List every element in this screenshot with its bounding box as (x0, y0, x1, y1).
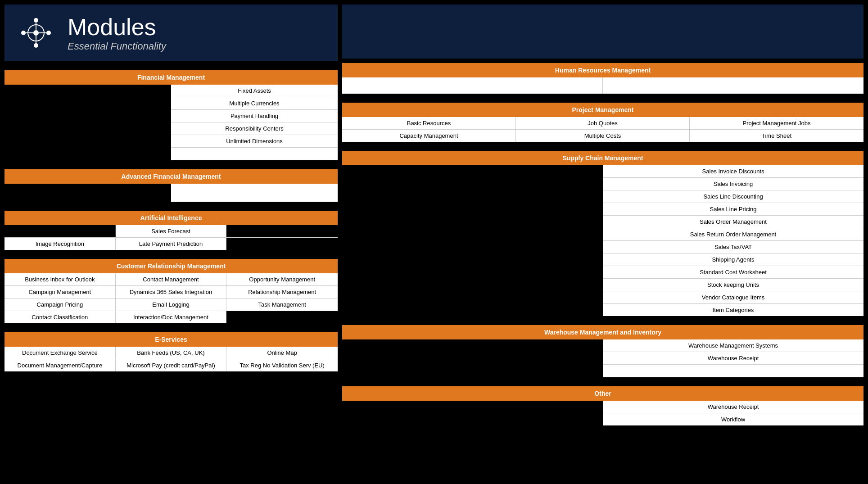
list-item: Relationship Management (226, 286, 338, 298)
advanced-financial-section: Advanced Financial Management (5, 169, 338, 202)
table-row: Item Categories (603, 304, 863, 316)
other-section: Other Warehouse Receipt Workflow (342, 386, 863, 425)
eservices-section: E-Services Document Exchange Service Ban… (5, 332, 338, 371)
page-subtitle: Essential Functionality (68, 41, 166, 52)
eservices-header: E-Services (5, 332, 338, 347)
list-item: Contact Classification (5, 311, 116, 323)
table-row: Document Management/Capture Microsoft Pa… (5, 359, 338, 371)
list-item: Basic Resources (342, 117, 516, 129)
svg-point-4 (46, 31, 51, 35)
supply-chain-header: Supply Chain Management (342, 151, 863, 165)
ai-section: Artificial Intelligence Sales Forecast I… (5, 211, 338, 250)
list-item (226, 311, 338, 323)
table-row: Image Recognition Late Payment Predictio… (5, 238, 338, 250)
list-item (171, 148, 338, 160)
warehouse-section: Warehouse Management and Inventory Wareh… (342, 325, 863, 377)
table-row: Campaign Management Dynamics 365 Sales I… (5, 286, 338, 299)
wh-empty-left (342, 339, 603, 377)
table-row: Payment Handling (171, 110, 338, 122)
hr-section: Human Resources Management (342, 63, 863, 94)
table-row (342, 77, 863, 94)
list-item: Project Management Jobs (690, 117, 863, 129)
list-item (342, 77, 603, 94)
table-row: Capacity Management Multiple Costs Time … (342, 130, 863, 142)
list-item: Shipping Agents (603, 253, 863, 266)
list-item: Fixed Assets (171, 85, 338, 97)
table-row: Basic Resources Job Quotes Project Manag… (342, 117, 863, 130)
list-item: Bank Feeds (US, CA, UK) (116, 347, 227, 359)
list-item: Business Inbox for Outlook (5, 273, 116, 285)
supply-chain-body: Sales Invoice Discounts Sales Invoicing … (342, 165, 863, 316)
table-row: Multiple Currencies (171, 97, 338, 110)
header-text: Modules Essential Functionality (68, 14, 166, 52)
list-item: Capacity Management (342, 130, 516, 142)
table-row: Warehouse Receipt (603, 401, 863, 413)
list-item: Campaign Management (5, 286, 116, 298)
list-item: Payment Handling (171, 110, 338, 122)
table-row: Standard Cost Worksheet (603, 266, 863, 279)
list-item: Multiple Costs (516, 130, 690, 142)
list-item: Campaign Pricing (5, 299, 116, 311)
table-row: Sales Invoice Discounts (603, 165, 863, 178)
table-row: Warehouse Management Systems (603, 339, 863, 352)
page-title: Modules (68, 14, 166, 41)
list-item: Opportunity Management (226, 273, 338, 285)
af-empty-left (5, 184, 171, 202)
sc-items-right: Sales Invoice Discounts Sales Invoicing … (603, 165, 863, 316)
table-row: Vendor Catalogue Items (603, 291, 863, 304)
list-item: Interaction/Doc Management (116, 311, 227, 323)
financial-management-section: Financial Management Fixed Assets Multip… (5, 70, 338, 160)
table-row: Business Inbox for Outlook Contact Manag… (5, 273, 338, 286)
project-header: Project Management (342, 103, 863, 117)
crm-header: Customer Relationship Management (5, 259, 338, 273)
list-item: Task Management (226, 299, 338, 311)
table-row: Sales Line Discounting (603, 190, 863, 203)
list-item (603, 77, 863, 94)
list-item: Tax Reg No Validation Serv (EU) (226, 359, 338, 371)
table-row: Sales Tax/VAT (603, 241, 863, 253)
list-item: Sales Line Discounting (603, 190, 863, 203)
svg-point-3 (21, 31, 26, 35)
table-row: Unlimited Dimensions (171, 135, 338, 148)
list-item: Sales Invoice Discounts (603, 165, 863, 177)
list-item: Workflow (603, 413, 863, 425)
list-item: Sales Forecast (116, 225, 227, 237)
table-row (603, 365, 863, 377)
fm-items-right: Fixed Assets Multiple Currencies Payment… (171, 85, 338, 160)
ai-body: Sales Forecast Image Recognition Late Pa… (5, 225, 338, 250)
other-header: Other (342, 386, 863, 401)
eservices-body: Document Exchange Service Bank Feeds (US… (5, 347, 338, 371)
table-row: Workflow (603, 413, 863, 425)
list-item: Warehouse Receipt (603, 401, 863, 413)
header: Modules Essential Functionality (5, 5, 338, 61)
table-row: Sales Return Order Management (603, 228, 863, 241)
table-row: Campaign Pricing Email Logging Task Mana… (5, 299, 338, 311)
ai-header: Artificial Intelligence (5, 211, 338, 225)
table-row: Fixed Assets (171, 85, 338, 97)
list-item: Dynamics 365 Sales Integration (116, 286, 227, 298)
table-row: Sales Invoicing (603, 178, 863, 190)
table-row: Document Exchange Service Bank Feeds (US… (5, 347, 338, 359)
list-item: Vendor Catalogue Items (603, 291, 863, 303)
list-item: Unlimited Dimensions (171, 135, 338, 147)
list-item (226, 238, 338, 250)
list-item: Image Recognition (5, 238, 116, 250)
list-item: Contact Management (116, 273, 227, 285)
table-row (171, 148, 338, 160)
other-body: Warehouse Receipt Workflow (342, 401, 863, 425)
financial-management-header: Financial Management (5, 70, 338, 85)
svg-point-2 (34, 43, 38, 48)
list-item (5, 225, 116, 237)
crm-body: Business Inbox for Outlook Contact Manag… (5, 273, 338, 323)
list-item: Microsoft Pay (credit card/PayPal) (116, 359, 227, 371)
project-body: Basic Resources Job Quotes Project Manag… (342, 117, 863, 142)
list-item: Email Logging (116, 299, 227, 311)
list-item: Job Quotes (516, 117, 690, 129)
af-empty-right (171, 184, 338, 202)
list-item: Stock keeping Units (603, 279, 863, 291)
list-item: Sales Order Management (603, 216, 863, 228)
list-item: Item Categories (603, 304, 863, 316)
list-item: Late Payment Prediction (116, 238, 227, 250)
table-row: Contact Classification Interaction/Doc M… (5, 311, 338, 323)
table-row: Sales Line Pricing (603, 203, 863, 216)
